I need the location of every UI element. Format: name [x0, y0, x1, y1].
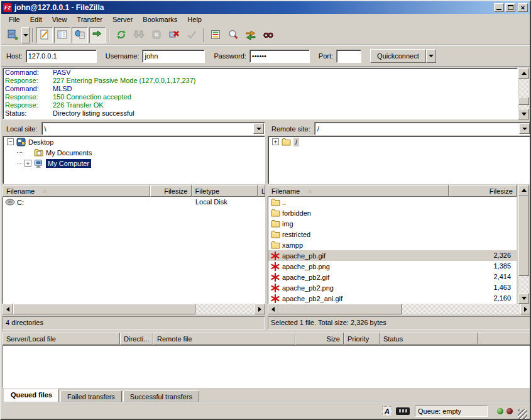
menu-item-edit[interactable]: Edit: [25, 14, 47, 25]
tree-node-desktop[interactable]: −Desktop: [3, 136, 265, 147]
log-scrollbar[interactable]: [518, 68, 529, 119]
process-queue-button[interactable]: [131, 27, 147, 43]
scroll-thumb[interactable]: [518, 196, 529, 276]
remote-file-row[interactable]: restricted: [268, 229, 517, 240]
username-input[interactable]: [142, 50, 205, 63]
column-header-filetype[interactable]: Filetype: [192, 185, 258, 197]
expand-plus-icon[interactable]: +: [272, 138, 279, 145]
remote-hscrollbar[interactable]: [268, 304, 531, 314]
remote-file-row[interactable]: apache_pb2.gif2,414: [268, 272, 517, 282]
find-files-button[interactable]: [260, 27, 276, 43]
file-name: apache_pb2_ani.gif: [282, 295, 342, 302]
scroll-up-button[interactable]: [518, 68, 529, 79]
column-header-priority[interactable]: Priority: [344, 333, 380, 345]
port-input[interactable]: [336, 50, 361, 63]
transfer-type-ascii-icon[interactable]: A: [382, 406, 392, 416]
remote-file-row[interactable]: xampp: [268, 240, 517, 250]
column-header-directi[interactable]: Directi...: [120, 333, 153, 345]
column-header-filename[interactable]: Filename: [3, 185, 150, 197]
reconnect-button[interactable]: [183, 27, 200, 43]
maximize-button[interactable]: [505, 3, 515, 12]
minimize-button[interactable]: [494, 3, 504, 12]
cancel-operation-button[interactable]: [148, 27, 165, 43]
remote-site-combobox[interactable]: /: [314, 122, 531, 135]
menu-item-help[interactable]: Help: [182, 14, 207, 25]
menu-item-file[interactable]: File: [4, 14, 25, 25]
refresh-button[interactable]: [113, 27, 129, 43]
directory-comparison-button[interactable]: [225, 27, 241, 43]
column-header-filename[interactable]: Filename: [268, 185, 449, 197]
host-input[interactable]: [26, 50, 97, 63]
column-header-server-local-file[interactable]: Server/Local file: [3, 333, 120, 345]
column-header-filesize[interactable]: Filesize: [150, 185, 192, 197]
tree-node-my-computer[interactable]: +My Computer: [3, 158, 265, 169]
scroll-down-button[interactable]: [518, 293, 529, 304]
local-file-row[interactable]: C:Local Disk: [3, 197, 265, 207]
local-site-dropdown-button[interactable]: [253, 123, 264, 134]
column-header-label: Status: [383, 335, 403, 343]
local-directory-tree[interactable]: −DesktopMy Documents+My Computer: [3, 136, 265, 184]
toggle-local-tree-button[interactable]: [54, 27, 70, 43]
site-manager-dropdown-button[interactable]: [21, 27, 30, 43]
menu-item-view[interactable]: View: [47, 14, 72, 25]
message-log[interactable]: Command:PASVResponse:227 Entering Passiv…: [3, 68, 518, 119]
apache-file-icon: [270, 294, 280, 303]
tree-node-my-documents[interactable]: My Documents: [3, 147, 265, 158]
remote-directory-tree[interactable]: +/: [268, 136, 531, 184]
remote-file-row[interactable]: forbidden: [268, 207, 517, 218]
title-bar[interactable]: Fz john@127.0.0.1 - FileZilla ×: [1, 1, 530, 14]
synchronized-browsing-button[interactable]: [243, 27, 259, 43]
filter-button[interactable]: [207, 27, 224, 43]
password-input[interactable]: [249, 50, 310, 63]
tree-node-blank[interactable]: +/: [268, 136, 530, 147]
scroll-left-button[interactable]: [3, 304, 13, 314]
file-name: ..: [282, 199, 286, 206]
remote-file-list[interactable]: ..forbiddenimgrestrictedxamppapache_pb.g…: [268, 197, 517, 304]
remote-file-row[interactable]: apache_pb.gif2,326: [268, 250, 517, 261]
remote-site-dropdown-button[interactable]: [519, 123, 530, 134]
quickconnect-button[interactable]: Quickconnect: [370, 49, 426, 63]
toggle-transfer-queue-button[interactable]: [89, 27, 106, 43]
scroll-up-button[interactable]: [518, 185, 529, 196]
collapse-minus-icon[interactable]: −: [7, 138, 14, 145]
site-manager-button[interactable]: [4, 27, 21, 43]
local-file-list[interactable]: C:Local Disk: [3, 197, 265, 304]
toggle-message-log-button[interactable]: [36, 27, 53, 43]
tab-failed-transfers[interactable]: Failed transfers: [60, 390, 122, 402]
menu-item-bookmarks[interactable]: Bookmarks: [138, 14, 182, 25]
remote-file-row[interactable]: apache_pb.png1,385: [268, 261, 517, 272]
remote-vscrollbar[interactable]: [518, 185, 529, 304]
quickconnect-dropdown-button[interactable]: [426, 49, 436, 63]
tab-successful-transfers[interactable]: Successful transfers: [123, 390, 199, 402]
column-header-remote-file[interactable]: Remote file: [153, 333, 295, 345]
remote-file-row[interactable]: apache_pb2_ani.gif2,160: [268, 293, 517, 304]
scroll-thumb[interactable]: [518, 97, 529, 105]
column-header-filesize[interactable]: Filesize: [449, 185, 517, 197]
scroll-thumb[interactable]: [13, 304, 195, 314]
scroll-right-button[interactable]: [255, 304, 265, 314]
column-header-blank[interactable]: [478, 333, 531, 345]
column-header-status[interactable]: Status: [380, 333, 478, 345]
local-site-combobox[interactable]: \: [41, 122, 265, 135]
toggle-remote-tree-button[interactable]: [72, 27, 88, 43]
disconnect-button[interactable]: [166, 27, 182, 43]
scroll-down-button[interactable]: [518, 109, 529, 119]
scroll-thumb[interactable]: [278, 304, 402, 314]
remote-file-row[interactable]: img: [268, 218, 517, 229]
menu-item-server[interactable]: Server: [107, 14, 138, 25]
toggle-local-tree-icon: [57, 29, 68, 41]
menu-item-transfer[interactable]: Transfer: [72, 14, 107, 25]
scroll-left-button[interactable]: [268, 304, 278, 314]
remote-file-row[interactable]: ..: [268, 197, 517, 207]
indicator-badge-icon[interactable]: [396, 407, 410, 415]
tab-queued-files[interactable]: Queued files: [4, 389, 59, 402]
transfer-queue-list[interactable]: [3, 345, 531, 388]
scroll-right-button[interactable]: [520, 304, 531, 314]
close-button[interactable]: ×: [518, 3, 528, 12]
expand-plus-icon[interactable]: +: [25, 160, 31, 167]
column-header-l[interactable]: L: [258, 185, 265, 197]
column-header-size[interactable]: Size: [295, 333, 344, 345]
resize-grip[interactable]: [518, 409, 527, 419]
local-hscrollbar[interactable]: [3, 304, 265, 314]
remote-file-row[interactable]: apache_pb2.png1,463: [268, 282, 517, 293]
